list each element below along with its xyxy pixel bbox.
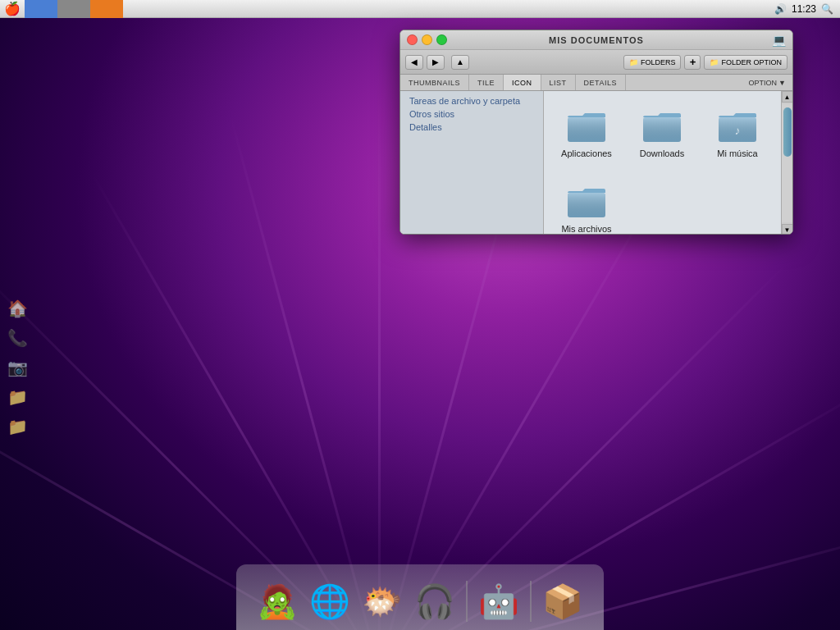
finder-files: Aplicaciones Downloads (544, 91, 781, 235)
menubar-left: 🍎 (0, 0, 123, 18)
dock: 🧟 🌐 🐡 🎧 🤖 📦 (236, 564, 604, 630)
sidebar-icon-phone[interactable]: 📞 (4, 325, 30, 351)
tab-option[interactable]: OPTION ▼ (742, 75, 792, 90)
menubar: 🍎 🔊 11:23 🔍 (0, 0, 840, 18)
dock-item-robot[interactable]: 🤖 (474, 577, 523, 626)
search-icon[interactable]: 🔍 (821, 3, 833, 15)
folder-option-icon: 📁 (710, 58, 719, 66)
folder-aplicaciones-icon (566, 109, 607, 145)
finder-toolbar: ◀ ▶ ▲ 📁 FOLDERS + 📁 FOLDER OPTION (400, 50, 792, 75)
sidebar-item-tareas[interactable]: Tareas de archivo y carpeta (407, 95, 536, 107)
sidebar-icon-folder2[interactable]: 📁 (4, 413, 30, 440)
folder-archivos-icon (566, 185, 607, 221)
svg-rect-3 (643, 117, 681, 142)
folder-archivos-name: Mis archivos (561, 224, 611, 234)
finder-titlebar: Mis documentos 💻 (400, 30, 792, 50)
forward-button[interactable]: ▶ (427, 55, 445, 70)
dock-item-chrome[interactable]: 🌐 (305, 577, 354, 626)
folder-mi-musica[interactable]: ♪ Mi música (701, 98, 774, 170)
dock-item-fish[interactable]: 🐡 (358, 577, 407, 626)
folder-musica-name: Mi música (717, 148, 758, 158)
folder-btn-icon: 📁 (629, 58, 638, 66)
finder-tabs: THUMBNAILS TILE ICON LIST DETAILS OPTION… (400, 75, 792, 91)
volume-icon[interactable]: 🔊 (774, 3, 787, 15)
dock-item-headphones[interactable]: 🎧 (410, 577, 459, 626)
window-minimize-button[interactable] (422, 34, 432, 45)
back-button[interactable]: ◀ (405, 55, 423, 70)
menubar-btn-blue[interactable] (25, 0, 57, 18)
sidebar-icon-home[interactable]: 🏠 (4, 295, 30, 322)
scrollbar-down-arrow[interactable]: ▼ (782, 224, 793, 235)
svg-rect-8 (568, 193, 605, 217)
folder-mis-archivos[interactable]: Mis archivos (550, 173, 623, 235)
finder-window-icon: 💻 (772, 34, 786, 47)
tab-details[interactable]: DETAILS (576, 75, 626, 90)
sidebar-dock: 🏠 📞 📷 📁 📁 (4, 295, 30, 440)
folder-downloads-name: Downloads (640, 148, 684, 158)
folder-aplicaciones-name: Aplicaciones (561, 148, 612, 158)
tab-thumbnails[interactable]: THUMBNAILS (400, 75, 469, 90)
dock-separator-2 (530, 581, 532, 622)
sidebar-item-otros[interactable]: Otros sitios (407, 108, 536, 120)
tab-list[interactable]: LIST (541, 75, 576, 90)
option-label: OPTION (749, 79, 778, 87)
folder-aplicaciones[interactable]: Aplicaciones (550, 98, 623, 170)
menubar-colored-buttons (25, 0, 123, 18)
window-controls (407, 34, 447, 45)
menubar-right: 🔊 11:23 🔍 (774, 3, 840, 15)
scrollbar-track[interactable] (782, 104, 792, 222)
dock-separator (466, 581, 468, 622)
menubar-btn-gray[interactable] (57, 0, 90, 18)
window-close-button[interactable] (407, 34, 418, 45)
tab-tile[interactable]: TILE (469, 75, 504, 90)
up-button[interactable]: ▲ (451, 55, 469, 70)
finder-window: Mis documentos 💻 ◀ ▶ ▲ 📁 FOLDERS + 📁 FOL… (399, 30, 793, 235)
folders-button[interactable]: 📁 FOLDERS (623, 55, 682, 70)
finder-title: Mis documentos (549, 35, 644, 45)
scrollbar-up-arrow[interactable]: ▲ (782, 91, 793, 103)
sidebar-icon-camera[interactable]: 📷 (4, 354, 30, 381)
folder-option-button[interactable]: 📁 FOLDER OPTION (704, 55, 788, 70)
finder-content: Tareas de archivo y carpeta Otros sitios… (400, 91, 792, 235)
sidebar-icon-folder1[interactable]: 📁 (4, 384, 30, 410)
dock-item-zombie[interactable]: 🧟 (253, 577, 302, 626)
folder-option-label: FOLDER OPTION (721, 58, 782, 66)
folder-downloads-icon (641, 109, 682, 145)
menubar-time: 11:23 (792, 3, 816, 15)
folder-downloads[interactable]: Downloads (626, 98, 698, 170)
svg-text:♪: ♪ (735, 124, 741, 137)
folder-musica-icon: ♪ (717, 109, 758, 145)
apple-menu[interactable]: 🍎 (0, 0, 25, 18)
scrollbar-thumb[interactable] (783, 107, 792, 157)
sidebar-item-detalles[interactable]: Detalles (407, 121, 536, 133)
finder-scrollbar: ▲ ▼ (781, 91, 792, 235)
dock-item-box[interactable]: 📦 (538, 577, 587, 626)
tab-icon[interactable]: ICON (504, 75, 541, 90)
window-maximize-button[interactable] (436, 34, 447, 45)
svg-rect-1 (568, 117, 605, 142)
option-chevron-icon: ▼ (778, 79, 786, 87)
menubar-btn-orange[interactable] (90, 0, 123, 18)
add-button[interactable]: + (684, 55, 701, 70)
finder-sidebar: Tareas de archivo y carpeta Otros sitios… (400, 91, 544, 235)
folders-label: FOLDERS (641, 58, 676, 66)
